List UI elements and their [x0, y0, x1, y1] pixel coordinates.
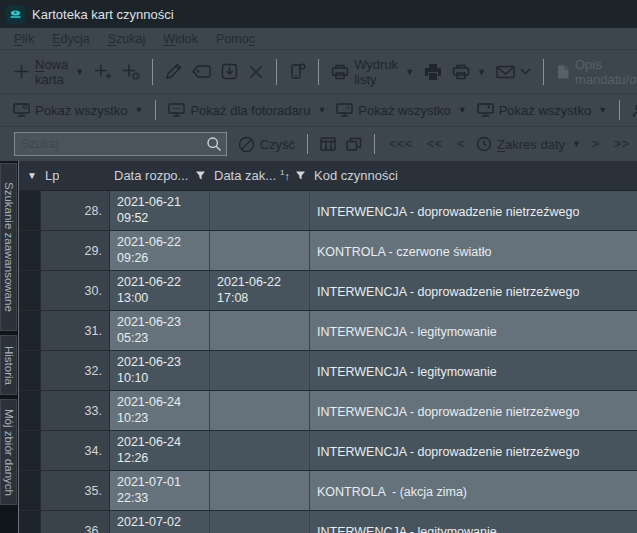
print-list-label: Wydruk listy: [354, 57, 398, 87]
cell-end-date: [210, 311, 310, 350]
cell-kod: INTERWENCJA - doprowadzenie nietrzeźwego: [310, 191, 637, 230]
new-card-clock-button[interactable]: [117, 59, 145, 84]
show-all-button-1[interactable]: Pokaż wszystko ▼: [8, 99, 148, 122]
print-options-button[interactable]: ▼: [447, 60, 491, 84]
show-all-button-3[interactable]: Pokaż wszystko ▼: [472, 99, 612, 122]
print-filled-button[interactable]: [419, 60, 447, 84]
cell-end-date: 2021-06-2217:08: [210, 271, 310, 310]
cell-lp: 31.: [41, 311, 110, 350]
tab-my-data[interactable]: Mój zbiór danych: [0, 399, 17, 505]
printer-filled-icon: [424, 64, 442, 80]
menu-edycja[interactable]: Edycja: [44, 30, 98, 48]
search-icon[interactable]: [206, 136, 222, 152]
person-icon: [632, 103, 637, 118]
table-row[interactable]: 32. 2021-06-2310:10 INTERWENCJA - legity…: [19, 351, 637, 391]
column-header-lp[interactable]: Lp: [41, 161, 110, 190]
monitor-icon: [336, 103, 353, 117]
cell-kod: INTERWENCJA - legitymowanie: [310, 311, 637, 350]
grid-view-button[interactable]: [315, 133, 341, 155]
column-header-end-date[interactable]: Data zak... 1↑: [210, 161, 310, 190]
column-header-kod[interactable]: Kod czynności: [310, 161, 637, 190]
cell-lp: 35.: [41, 471, 110, 510]
tag-button[interactable]: [187, 60, 216, 83]
page-first-button[interactable]: <<<: [382, 137, 420, 151]
chevron-down-icon[interactable]: ▼: [134, 105, 143, 115]
email-button[interactable]: [491, 61, 536, 83]
app-icon: [6, 5, 25, 24]
table-row[interactable]: 33. 2021-06-2410:23 INTERWENCJA - doprow…: [19, 391, 637, 431]
row-indicator: [19, 311, 41, 350]
table-row[interactable]: 29. 2021-06-2209:26 KONTROLA - czerwone …: [19, 231, 637, 271]
menu-widok[interactable]: Widok: [155, 30, 206, 48]
chevron-down-icon[interactable]: [520, 68, 531, 75]
cell-start-date: 2021-06-2305:23: [110, 311, 210, 350]
cell-end-date: [210, 191, 310, 230]
sort-ascending-indicator: 1↑: [280, 170, 290, 182]
tab-advanced-search[interactable]: Szukanie zaawansowane: [0, 163, 17, 331]
envelope-icon: [496, 65, 515, 79]
download-icon: [221, 63, 238, 80]
window-title: Kartoteka kart czynności: [32, 7, 174, 22]
pencil-icon: [165, 63, 182, 80]
search-input[interactable]: [21, 137, 206, 151]
cell-kod: KONTROLA - czerwone światło: [310, 231, 637, 270]
filter-icon[interactable]: [295, 170, 306, 181]
windows-view-button[interactable]: [341, 133, 367, 155]
device-button[interactable]: [284, 59, 311, 84]
cell-lp: 30.: [41, 271, 110, 310]
cell-start-date: 2021-06-2410:23: [110, 391, 210, 430]
import-button[interactable]: [216, 59, 243, 84]
new-card-plus-button[interactable]: [89, 59, 117, 84]
title-bar: Kartoteka kart czynności: [0, 0, 637, 28]
cell-end-date: [210, 391, 310, 430]
cell-start-date: 2021-06-2209:26: [110, 231, 210, 270]
table-row[interactable]: 35. 2021-07-0122:33 KONTROLA - (akcja zi…: [19, 471, 637, 511]
new-card-button[interactable]: Nowa karta ▼: [8, 53, 89, 91]
menu-pomoc[interactable]: Pomoc: [208, 30, 263, 48]
page-prev2-button[interactable]: <<: [420, 137, 450, 151]
row-indicator: [19, 231, 41, 270]
table-row[interactable]: 28. 2021-06-2109:52 INTERWENCJA - doprow…: [19, 191, 637, 231]
mandate-description-button: Opis mandatu/opłaty: [551, 53, 637, 91]
date-range-button[interactable]: Zakres daty ▼: [472, 136, 585, 152]
cell-start-date: 2021-06-2310:10: [110, 351, 210, 390]
main-area: Szukanie zaawansowane Historia Mój zbiór…: [0, 161, 637, 533]
page-prev-button[interactable]: <: [450, 137, 472, 151]
menu-plik[interactable]: Plik: [6, 30, 42, 48]
chevron-down-icon[interactable]: ▼: [598, 105, 607, 115]
monitor-icon: [13, 103, 30, 117]
table-row[interactable]: 34. 2021-06-2412:26 INTERWENCJA - doprow…: [19, 431, 637, 471]
mandate-description-label: Opis mandatu/opłaty: [575, 57, 637, 87]
show-fotoradar-button[interactable]: Pokaż dla fotoradaru ▼: [163, 99, 331, 122]
chevron-down-icon[interactable]: ▼: [405, 67, 414, 77]
chevron-down-icon[interactable]: ▼: [572, 139, 581, 149]
search-box: [14, 132, 227, 156]
chevron-down-icon[interactable]: ▼: [317, 105, 326, 115]
chevron-down-icon[interactable]: ▼: [477, 67, 486, 77]
page-last-button[interactable]: >>: [607, 137, 637, 151]
chevron-down-icon[interactable]: ▼: [458, 105, 467, 115]
chevron-down-icon[interactable]: ▼: [75, 67, 84, 77]
cell-end-date: [210, 511, 310, 533]
print-list-button[interactable]: Wydruk listy ▼: [326, 53, 419, 91]
table-row[interactable]: 36. 2021-07-02 INTERWENCJA - legitymowan…: [19, 511, 637, 533]
delete-button[interactable]: [243, 60, 269, 84]
show-all-button-2[interactable]: Pokaż wszystko ▼: [331, 99, 471, 122]
page-next-button[interactable]: >: [585, 137, 607, 151]
column-chooser-button[interactable]: ▼: [19, 161, 41, 190]
table-row[interactable]: 31. 2021-06-2305:23 INTERWENCJA - legity…: [19, 311, 637, 351]
column-header-start-date[interactable]: Data rozpo...: [110, 161, 210, 190]
clear-button[interactable]: Czyść: [233, 132, 300, 157]
ewidencja-button[interactable]: Ewidencja interesan: [627, 99, 637, 122]
circle-slash-icon: [238, 136, 255, 153]
edit-button[interactable]: [160, 59, 187, 84]
filter-toolbar: Pokaż wszystko ▼ Pokaż dla fotoradaru ▼ …: [0, 94, 637, 127]
menu-szukaj[interactable]: Szukaj: [100, 30, 154, 48]
cell-lp: 32.: [41, 351, 110, 390]
table-row[interactable]: 30. 2021-06-2213:00 2021-06-2217:08 INTE…: [19, 271, 637, 311]
toolbar-separator: [318, 59, 319, 85]
filter-icon[interactable]: [195, 170, 206, 181]
cell-start-date: 2021-06-2213:00: [110, 271, 210, 310]
tab-history[interactable]: Historia: [0, 335, 17, 395]
cell-lp: 28.: [41, 191, 110, 230]
